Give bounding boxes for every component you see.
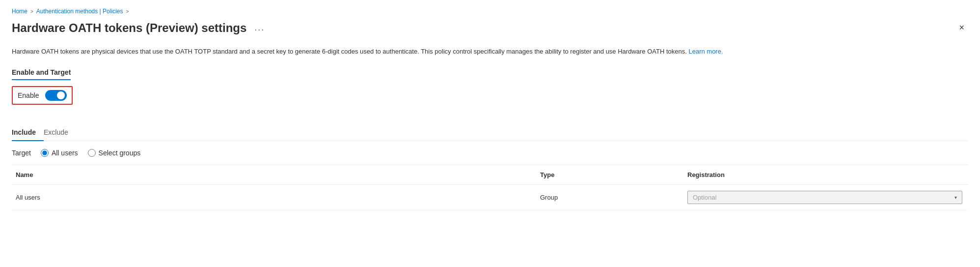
- target-label: Target: [12, 149, 31, 157]
- breadcrumb-auth-methods[interactable]: Authentication methods | Policies: [36, 8, 123, 15]
- enable-row: Enable: [12, 86, 73, 105]
- col-header-registration: Registration: [683, 169, 968, 180]
- breadcrumb-home[interactable]: Home: [12, 8, 27, 15]
- close-icon[interactable]: ×: [955, 21, 968, 35]
- description-text: Hardware OATH tokens are physical device…: [12, 47, 846, 57]
- registration-dropdown[interactable]: Optional ▾: [687, 191, 962, 204]
- registration-dropdown-text: Optional: [693, 194, 716, 201]
- section-title: Enable and Target: [12, 68, 968, 86]
- learn-more-link[interactable]: Learn more.: [688, 48, 723, 55]
- breadcrumb-sep-1: >: [30, 9, 33, 14]
- radio-select-groups[interactable]: Select groups: [88, 149, 141, 157]
- chevron-down-icon: ▾: [954, 195, 957, 200]
- radio-select-groups-input[interactable]: [88, 149, 96, 157]
- radio-all-users-input[interactable]: [41, 149, 49, 157]
- enable-toggle[interactable]: [45, 90, 67, 101]
- table-header: Name Type Registration: [12, 165, 968, 185]
- header-row: Hardware OATH tokens (Preview) settings …: [12, 21, 968, 35]
- table-row: All users Group Optional ▾: [12, 185, 968, 210]
- breadcrumb: Home > Authentication methods | Policies…: [12, 8, 968, 15]
- tabs: Include Exclude: [12, 124, 968, 141]
- target-row: Target All users Select groups: [12, 149, 968, 157]
- table-container: Name Type Registration All users Group O…: [12, 165, 968, 210]
- toggle-thumb: [57, 91, 65, 99]
- col-header-type: Type: [536, 169, 683, 180]
- radio-select-groups-label: Select groups: [99, 149, 141, 157]
- enable-label: Enable: [18, 91, 39, 99]
- tab-exclude[interactable]: Exclude: [44, 124, 76, 141]
- description-body: Hardware OATH tokens are physical device…: [12, 48, 688, 55]
- radio-all-users-label: All users: [52, 149, 78, 157]
- cell-type: Group: [536, 192, 683, 203]
- more-options-icon[interactable]: ...: [251, 21, 268, 35]
- page-title: Hardware OATH tokens (Preview) settings: [12, 21, 246, 35]
- cell-registration: Optional ▾: [683, 189, 968, 206]
- col-header-name: Name: [12, 169, 536, 180]
- cell-name: All users: [12, 192, 536, 203]
- radio-all-users[interactable]: All users: [41, 149, 78, 157]
- tab-include[interactable]: Include: [12, 124, 44, 141]
- breadcrumb-sep-2: >: [126, 9, 129, 14]
- enable-wrapper: Enable: [12, 86, 968, 115]
- page-title-row: Hardware OATH tokens (Preview) settings …: [12, 21, 268, 35]
